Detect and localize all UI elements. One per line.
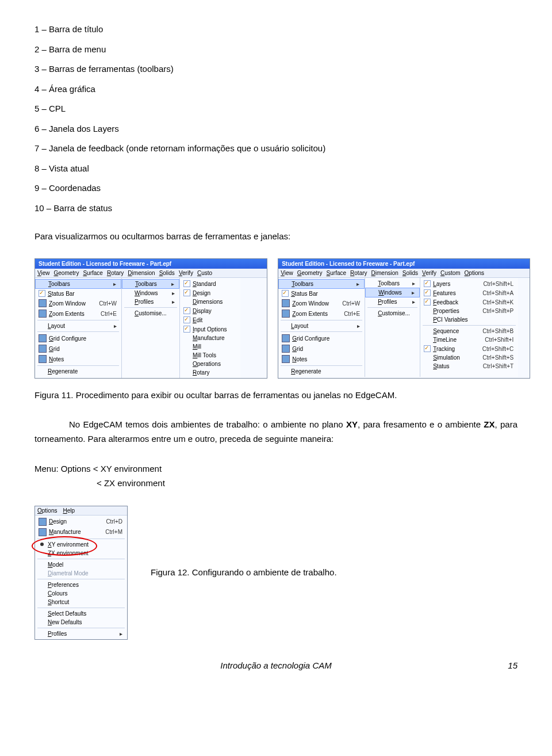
menu-item[interactable]: Grid [35,343,121,354]
menu-line-2: < ZX environment [97,476,518,491]
menu-item[interactable]: PCI Variables [420,315,518,324]
view-menu-panel: Toolbars▸Status BarZoom WindowCtrl+WZoom… [278,278,365,377]
menu-item[interactable]: SequenceCtrl+Shift+B [420,327,518,335]
menu-item[interactable]: FeedbackCtrl+Shift+K [420,297,518,307]
separator [281,331,362,332]
menu-item[interactable]: Windows▸ [365,288,420,297]
menu-item[interactable]: Rotary [107,270,124,276]
windows-list: LayersCtrl+Shift+LFeaturesCtrl+Shift+AFe… [420,278,518,377]
menu-item[interactable]: FeaturesCtrl+Shift+A [420,288,518,297]
menu-item[interactable]: SimulationCtrl+Shift+S [420,353,518,362]
menu-item[interactable]: Standard [180,279,240,288]
menu-item[interactable]: Select Defaults [35,609,127,618]
menu-item[interactable]: Rotary [180,368,240,377]
menu-item[interactable]: Toolbars▸ [278,279,365,289]
menu-item[interactable]: Profiles▸ [122,297,179,306]
menu-item[interactable]: Grid Configure [278,333,365,343]
menu-item[interactable]: Zoom ExtentsCtrl+E [278,308,365,319]
separator [124,307,177,308]
menu-item[interactable]: Preferences [35,581,127,589]
menu-item[interactable]: Dimension [371,270,398,276]
separator [423,325,516,326]
menu-item[interactable]: New Defaults [35,618,127,627]
menu-item[interactable]: Solids [159,270,175,276]
menu-item[interactable]: Surface [327,270,346,276]
menu-item[interactable]: Options [465,270,484,276]
figure-11-caption: Figura 11. Procedimento para exibir ou o… [34,389,518,402]
menu-item[interactable]: Display [180,306,240,315]
menu-item[interactable]: ManufactureCtrl+M [35,527,127,537]
menu-item[interactable]: Notes [278,354,365,364]
menu-item[interactable]: Regenerate [278,367,365,376]
menu-item[interactable]: Custom [440,270,460,276]
menu-item[interactable]: Verify [179,270,193,276]
tool-icon [282,299,290,307]
menu-item[interactable]: Surface [83,270,102,276]
paragraph-environments: No EdgeCAM temos dois ambientes de traba… [34,417,518,446]
menu-item[interactable]: Geometry [54,270,79,276]
menu-bar: OptionsHelp [35,506,127,516]
menu-item[interactable]: Diametral Mode [35,569,127,578]
tool-icon [39,310,47,318]
menu-item[interactable]: Layout▸ [278,322,365,330]
menu-item[interactable]: Mill [180,342,240,351]
menu-item[interactable]: Dimensions [180,297,240,306]
menu-item[interactable]: ZX environment [35,549,127,558]
menu-item[interactable]: TimeLineCtrl+Shift+I [420,335,518,344]
menu-item[interactable]: Colours [35,589,127,598]
menu-item[interactable]: Zoom ExtentsCtrl+E [35,308,121,319]
checkbox-icon [183,326,190,333]
menu-item[interactable]: Status Bar [35,289,121,298]
menu-item[interactable]: Grid Configure [35,333,121,343]
menu-item[interactable]: Edit [180,315,240,324]
menu-item[interactable]: View [37,270,50,276]
menu-item[interactable]: Solids [402,270,418,276]
menu-item[interactable]: View [281,270,293,276]
menu-item[interactable]: Shortcut [35,598,127,606]
menu-item[interactable]: Rotary [350,270,367,276]
footer-page-number: 15 [500,660,518,670]
menu-item[interactable]: Mill Tools [180,351,240,360]
menu-item[interactable]: Customise... [122,309,179,318]
menu-item[interactable]: DesignCtrl+D [35,517,127,527]
menu-item[interactable]: Windows▸ [122,289,179,297]
menu-item[interactable]: StatusCtrl+Shift+T [420,362,518,371]
menu-item[interactable]: Profiles▸ [365,297,420,306]
menu-item[interactable]: PropertiesCtrl+Shift+P [420,307,518,315]
menu-item[interactable]: Grid [278,343,365,354]
menu-item[interactable]: Custo [197,270,212,276]
menu-item[interactable]: Help [63,507,75,514]
menu-item[interactable]: Operations [180,360,240,368]
menu-item[interactable]: Options [37,507,57,514]
menu-item[interactable]: Customise... [365,309,420,318]
menu-item[interactable]: Notes [35,354,121,364]
menu-item[interactable]: Status Bar [278,289,365,298]
menu-item[interactable]: XY environment [35,540,127,549]
menu-item[interactable]: Manufacture [180,334,240,342]
menu-item[interactable]: Toolbars▸ [365,279,420,288]
menu-item[interactable]: LayersCtrl+Shift+L [420,279,518,288]
menu-item[interactable]: Zoom WindowCtrl+W [278,298,365,308]
menu-item[interactable]: TrackingCtrl+Shift+C [420,344,518,353]
paragraph-intro: Para visualizarmos ou ocultarmos barras … [34,230,518,243]
toolbars-list: StandardDesignDimensionsDisplayEditInput… [180,278,240,378]
menu-item[interactable]: Regenerate [35,367,121,376]
menu-item[interactable]: Toolbars▸ [122,279,179,289]
checkbox-icon [424,345,431,352]
menu-item[interactable]: Geometry [297,270,323,276]
list-item: 7 – Janela de feedback (onde retornam in… [34,142,518,155]
menu-item[interactable]: Design [180,288,240,297]
tool-icon [39,355,47,363]
menu-item[interactable]: Layout▸ [35,322,121,330]
separator [37,320,119,320]
menu-item[interactable]: Toolbars▸ [35,279,121,289]
checkbox-icon [183,316,190,323]
menu-item[interactable]: Input Options [180,324,240,334]
list-item: 9 – Coordenadas [34,182,518,195]
menu-item[interactable]: Profiles▸ [35,629,127,638]
menu-item[interactable]: Model [35,560,127,569]
menu-item[interactable]: Dimension [128,270,155,276]
footer-title: Introdução a tecnologia CAM [52,660,500,670]
menu-item[interactable]: Zoom WindowCtrl+W [35,298,121,308]
menu-item[interactable]: Verify [422,270,436,276]
